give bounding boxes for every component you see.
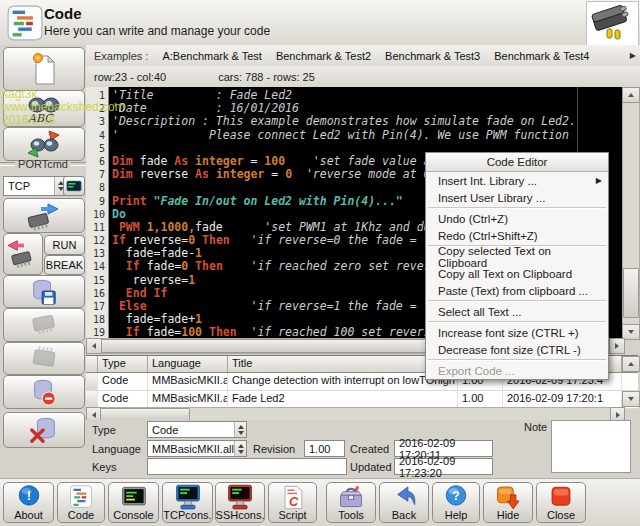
spinner-icon[interactable]	[234, 422, 246, 437]
tools-button[interactable]: Tools	[326, 482, 376, 523]
tcp-console-button[interactable]: TCPcons.	[162, 482, 213, 523]
ssh-console-button[interactable]: SSHcons.	[215, 482, 265, 523]
break-button[interactable]: BREAK	[44, 255, 85, 275]
port-console-button[interactable]	[63, 176, 85, 196]
menu-item[interactable]: Insert User Library ...	[426, 189, 608, 206]
tcp-console-icon	[174, 484, 202, 511]
context-menu-title: Code Editor	[426, 153, 608, 172]
updated-value: 2016-02-09 17:23:20	[394, 458, 493, 475]
col-type[interactable]: Type	[98, 356, 148, 372]
help-button[interactable]: ? Help	[432, 482, 480, 523]
col-language[interactable]: Language	[148, 356, 228, 372]
remove-from-db-button[interactable]	[3, 375, 85, 409]
editor-vscroll-thumb[interactable]	[623, 268, 639, 318]
help-icon: ?	[443, 484, 469, 510]
tools-icon	[337, 484, 365, 510]
svg-text:!: !	[26, 488, 30, 503]
chip-gray-icon	[28, 312, 60, 338]
examples-tabbar: Examples : A:Benchmark & Test Benchmark …	[86, 45, 640, 67]
tab-benchmark-test3[interactable]: Benchmark & Test3	[385, 50, 480, 62]
chip-receive-icon	[6, 237, 40, 271]
scroll-left-icon[interactable]	[86, 338, 102, 354]
connector-icon	[587, 2, 636, 43]
tab-benchmark-test1[interactable]: A:Benchmark & Test	[162, 50, 261, 62]
delete-db-button[interactable]	[3, 412, 85, 448]
document-stats: cars: 788 - rows: 25	[218, 71, 315, 83]
device-connector-image	[586, 1, 639, 46]
svg-text:C: C	[289, 494, 299, 509]
menu-item[interactable]: Undo (Ctrl+Z)	[426, 210, 608, 227]
menu-item[interactable]: Copy selected Text on Clipboard	[426, 248, 608, 265]
chip-disabled-button-1	[3, 308, 85, 342]
save-to-db-button[interactable]	[3, 275, 85, 308]
svg-text:?: ?	[452, 489, 459, 503]
code-button[interactable]: Code	[57, 482, 105, 523]
new-code-button[interactable]	[3, 47, 85, 91]
scroll-up-icon[interactable]	[622, 87, 640, 103]
mini-console-icon	[66, 180, 82, 192]
table-scroll-up-icon[interactable]	[622, 356, 640, 372]
keys-input[interactable]	[147, 458, 347, 475]
chip-gray-icon	[28, 346, 60, 372]
submenu-arrow-icon: ▶	[596, 176, 602, 185]
spinner-icon[interactable]	[234, 441, 246, 456]
app-header: Code Here you can write and manage your …	[0, 0, 640, 46]
close-button[interactable]: Close	[536, 482, 586, 523]
receive-from-port-button[interactable]	[3, 233, 43, 275]
find-binoculars-icon: ABC	[25, 94, 63, 124]
sidebar: ABC PORTcmd TCP	[0, 45, 87, 478]
menu-item[interactable]: Increase font size (CTRL +)	[426, 324, 608, 341]
note-label: Note	[524, 421, 547, 433]
code-app-icon	[7, 5, 43, 41]
menu-item[interactable]: Decrease font size (CTRL -)	[426, 341, 608, 358]
chip-send-icon	[26, 201, 62, 231]
type-select[interactable]: Code	[147, 421, 247, 438]
back-button[interactable]: Back	[379, 482, 429, 523]
revision-input[interactable]	[304, 440, 345, 457]
find-text-button[interactable]: ABC	[3, 90, 85, 127]
about-button[interactable]: ! About	[3, 482, 54, 523]
code-icon	[69, 484, 93, 510]
note-textarea[interactable]	[551, 420, 631, 473]
script-button[interactable]: C Script	[268, 482, 317, 523]
find-replace-icon	[25, 130, 63, 158]
tab-overflow-arrow-icon[interactable]: ▶	[630, 51, 636, 60]
menu-separator	[428, 321, 606, 323]
type-label: Type	[92, 424, 116, 436]
database-delete-icon	[29, 415, 59, 445]
revision-label: Revision	[253, 443, 295, 455]
language-select[interactable]: MMBasicMKII.all	[147, 440, 247, 457]
scroll-right-icon[interactable]	[609, 338, 625, 354]
editor-statusbar: row:23 - col:40 cars: 788 - rows: 25	[86, 66, 640, 88]
find-replace-button[interactable]	[3, 127, 85, 161]
row-selector[interactable]	[86, 391, 98, 408]
console-button[interactable]: Console	[108, 482, 159, 523]
tab-benchmark-test2[interactable]: Benchmark & Test2	[276, 50, 371, 62]
row-selector[interactable]	[86, 373, 98, 390]
menu-separator	[428, 300, 606, 302]
menu-item[interactable]: Insert Int. Library ...▶	[426, 172, 608, 189]
new-document-icon	[29, 52, 59, 86]
menu-separator	[428, 359, 606, 361]
close-icon	[548, 484, 574, 510]
send-to-port-button[interactable]	[3, 198, 85, 233]
page-title: Code	[44, 5, 82, 22]
menu-item[interactable]: Redo (Ctrl+Shift+Z)	[426, 227, 608, 244]
col-title[interactable]: Title	[228, 356, 458, 372]
ssh-console-icon	[226, 484, 254, 511]
menu-item[interactable]: Paste (Text) from clipboard ...	[426, 282, 608, 299]
hide-button[interactable]: Hide	[483, 482, 533, 523]
hide-icon	[494, 484, 522, 511]
table-scroll-down-icon[interactable]	[622, 391, 640, 407]
context-menu: Code Editor Insert Int. Library ...▶Inse…	[425, 152, 609, 380]
port-group-label: PORTcmd	[0, 158, 86, 170]
run-button[interactable]: RUN	[44, 235, 85, 255]
page-subtitle: Here you can write and manage your code	[44, 24, 270, 38]
menu-item[interactable]: Select all Text ...	[426, 303, 608, 320]
port-select[interactable]: TCP	[3, 176, 67, 196]
language-label: Language	[92, 443, 141, 455]
keys-label: Keys	[92, 461, 116, 473]
database-remove-icon	[29, 378, 59, 406]
examples-label: Examples :	[94, 50, 148, 62]
tab-benchmark-test4[interactable]: Benchmark & Test4	[494, 50, 589, 62]
